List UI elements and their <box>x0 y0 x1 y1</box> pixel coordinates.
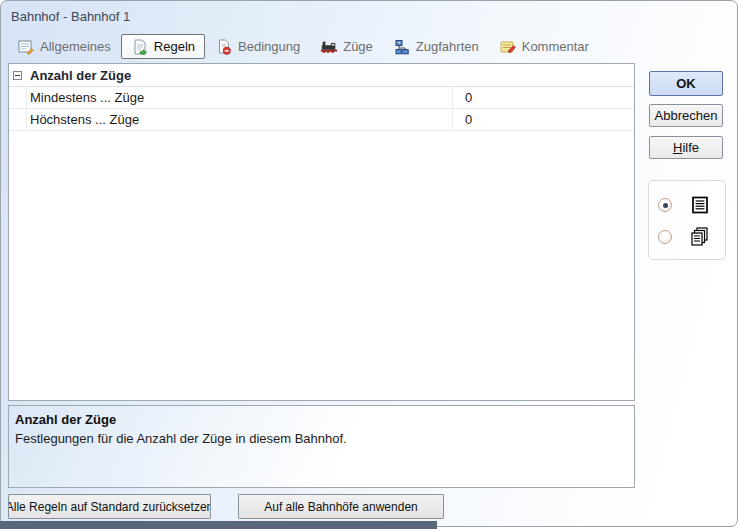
help-button[interactable]: Hilfe <box>649 136 723 159</box>
screen: Bahnhof - Bahnhof 1 Allgemeines <box>0 0 739 529</box>
description-text: Festlegungen für die Anzahl der Züge in … <box>15 431 634 446</box>
row-gutter <box>9 109 27 130</box>
rules-property-grid: Anzahl der Züge Mindestens ... Züge 0 Hö… <box>8 63 635 401</box>
page-block-icon <box>215 39 233 55</box>
tab-label: Kommentar <box>522 39 589 54</box>
hierarchy-icon <box>393 39 411 55</box>
radio-single[interactable] <box>658 198 672 212</box>
bahnhof-dialog: Bahnhof - Bahnhof 1 Allgemeines <box>0 0 738 527</box>
tab-bedingung[interactable]: Bedingung <box>205 34 310 59</box>
row-value-input[interactable]: 0 <box>452 109 634 130</box>
row-gutter <box>9 87 27 108</box>
tab-bar: Allgemeines Regeln <box>7 34 599 59</box>
category-row[interactable]: Anzahl der Züge <box>9 64 634 87</box>
tab-label: Bedingung <box>238 39 300 54</box>
train-icon <box>320 39 338 55</box>
tab-kommentar[interactable]: Kommentar <box>489 34 599 59</box>
form-edit-icon <box>17 39 35 55</box>
tab-label: Züge <box>343 39 373 54</box>
background-window-edge <box>0 521 437 529</box>
tab-regeln[interactable]: Regeln <box>121 34 205 59</box>
tab-label: Zugfahrten <box>416 39 479 54</box>
option-multiple <box>649 226 725 250</box>
category-label: Anzahl der Züge <box>30 68 131 83</box>
tab-label: Regeln <box>154 39 195 54</box>
multiple-pages-icon <box>690 227 710 247</box>
tab-zugfahrten[interactable]: Zugfahrten <box>383 34 489 59</box>
row-value-input[interactable]: 0 <box>452 87 634 108</box>
grid-row-mindestens[interactable]: Mindestens ... Züge 0 <box>9 87 634 109</box>
dialog-title: Bahnhof - Bahnhof 1 <box>11 9 130 24</box>
note-pencil-icon <box>499 39 517 55</box>
description-panel: Anzahl der Züge Festlegungen für die Anz… <box>8 405 635 488</box>
description-title: Anzahl der Züge <box>15 412 634 427</box>
apply-all-stations-button[interactable]: Auf alle Bahnhöfe anwenden <box>238 494 444 519</box>
grid-row-hoechstens[interactable]: Höchstens ... Züge 0 <box>9 109 634 131</box>
apply-scope-group <box>648 180 726 260</box>
page-rules-icon <box>131 39 149 55</box>
collapse-icon[interactable] <box>13 71 22 80</box>
tab-zuege[interactable]: Züge <box>310 34 383 59</box>
reset-all-rules-button[interactable]: Alle Regeln auf Standard zurücksetzen <box>8 494 211 519</box>
tab-label: Allgemeines <box>40 39 111 54</box>
tab-allgemeines[interactable]: Allgemeines <box>7 34 121 59</box>
option-single <box>649 194 725 218</box>
ok-button[interactable]: OK <box>649 71 723 96</box>
cancel-button[interactable]: Abbrechen <box>649 104 723 127</box>
help-button-label: Hilfe <box>673 140 699 155</box>
radio-multiple[interactable] <box>658 230 672 244</box>
single-list-icon <box>690 195 710 215</box>
